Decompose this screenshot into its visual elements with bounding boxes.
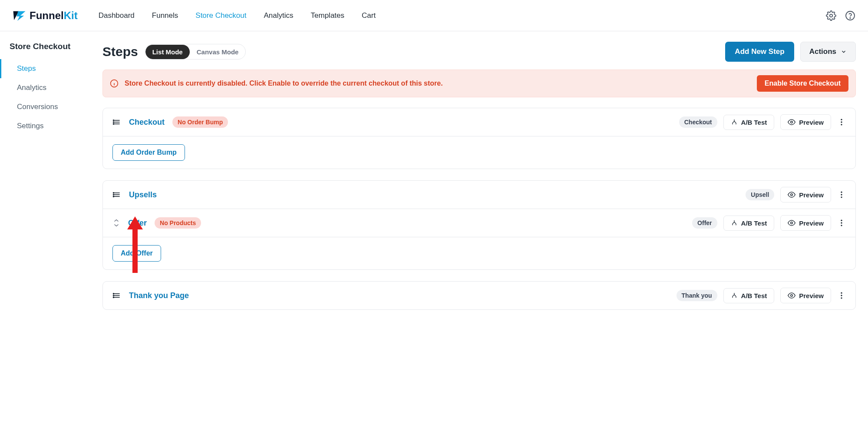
more-icon[interactable] <box>837 291 846 300</box>
drag-handle-icon[interactable] <box>112 118 121 126</box>
preview-button[interactable]: Preview <box>780 288 831 303</box>
page-title: Steps <box>102 44 138 59</box>
settings-icon[interactable] <box>825 10 837 21</box>
alert-text: Store Checkout is currently disabled. Cl… <box>125 80 443 87</box>
svg-point-0 <box>830 14 832 17</box>
svg-point-37 <box>841 292 842 294</box>
preview-button[interactable]: Preview <box>780 114 831 130</box>
svg-point-10 <box>113 122 114 123</box>
step-link-thankyou[interactable]: Thank you Page <box>129 291 189 300</box>
svg-point-9 <box>113 120 114 121</box>
svg-point-15 <box>841 124 842 125</box>
preview-button[interactable]: Preview <box>780 215 831 231</box>
ab-test-button[interactable]: A/B Test <box>723 115 775 130</box>
topnav-cart[interactable]: Cart <box>362 11 376 20</box>
more-icon[interactable] <box>837 190 846 199</box>
sidebar-item-conversions[interactable]: Conversions <box>0 97 95 116</box>
svg-point-26 <box>791 222 793 224</box>
logo-mark-icon <box>12 10 27 22</box>
svg-point-23 <box>841 192 842 193</box>
sidebar-item-steps[interactable]: Steps <box>0 59 95 78</box>
split-icon <box>731 119 738 126</box>
ab-test-label: A/B Test <box>741 219 767 227</box>
svg-point-24 <box>841 194 842 195</box>
add-offer-button[interactable]: Add Offer <box>112 245 161 262</box>
logo-text-prefix: Funnel <box>30 10 64 21</box>
sidebar: Store Checkout Steps Analytics Conversio… <box>0 31 95 425</box>
step-type-pill: Thank you <box>677 290 717 301</box>
step-link-checkout[interactable]: Checkout <box>129 118 165 127</box>
svg-point-38 <box>841 295 842 296</box>
mode-canvas[interactable]: Canvas Mode <box>190 45 246 59</box>
step-type-pill: Upsell <box>746 189 774 200</box>
step-card-thankyou: Thank you Page Thank you A/B Test Previe… <box>102 281 856 310</box>
svg-point-12 <box>791 121 793 123</box>
drag-handle-icon[interactable] <box>112 291 121 300</box>
svg-point-13 <box>841 119 842 120</box>
svg-point-34 <box>113 295 114 296</box>
svg-point-20 <box>113 194 114 195</box>
svg-point-2 <box>850 17 851 18</box>
add-new-step-button[interactable]: Add New Step <box>725 42 794 62</box>
top-nav: Dashboard Funnels Store Checkout Analyti… <box>99 11 376 20</box>
split-icon <box>731 292 738 299</box>
eye-icon <box>788 191 795 199</box>
svg-point-11 <box>113 123 114 124</box>
eye-icon <box>788 118 795 126</box>
preview-button[interactable]: Preview <box>780 187 831 203</box>
offer-type-pill: Offer <box>692 217 717 229</box>
svg-point-33 <box>113 293 114 294</box>
svg-point-21 <box>113 196 114 197</box>
preview-label: Preview <box>799 292 824 299</box>
eye-icon <box>788 219 795 227</box>
step-link-upsells[interactable]: Upsells <box>129 190 157 199</box>
info-icon <box>110 79 119 88</box>
mode-list[interactable]: List Mode <box>145 45 190 59</box>
split-icon <box>731 219 738 226</box>
svg-point-14 <box>841 121 842 123</box>
logo-text-suffix: Kit <box>64 10 78 21</box>
topnav-storecheckout[interactable]: Store Checkout <box>195 11 246 20</box>
step-card-upsells: Upsells Upsell Preview <box>102 180 856 270</box>
svg-point-35 <box>113 297 114 298</box>
disabled-alert: Store Checkout is currently disabled. Cl… <box>102 70 856 97</box>
sidebar-item-analytics[interactable]: Analytics <box>0 78 95 97</box>
enable-store-checkout-button[interactable]: Enable Store Checkout <box>757 75 848 92</box>
svg-point-36 <box>791 295 793 297</box>
ab-test-button[interactable]: A/B Test <box>723 288 775 303</box>
badge-no-order-bump: No Order Bump <box>172 116 228 128</box>
offer-link[interactable]: Offer <box>128 219 147 228</box>
preview-label: Preview <box>799 119 824 126</box>
step-card-checkout: Checkout No Order Bump Checkout A/B Test… <box>102 108 856 169</box>
actions-button[interactable]: Actions <box>800 42 856 62</box>
svg-point-27 <box>841 220 842 221</box>
ab-test-label: A/B Test <box>741 119 767 126</box>
view-mode-toggle: List Mode Canvas Mode <box>145 44 246 60</box>
ab-test-label: A/B Test <box>741 292 767 299</box>
sort-arrows-icon[interactable] <box>112 219 120 227</box>
actions-button-label: Actions <box>809 47 836 56</box>
topnav-dashboard[interactable]: Dashboard <box>99 11 135 20</box>
svg-point-29 <box>841 225 842 226</box>
topnav-templates[interactable]: Templates <box>311 11 344 20</box>
main-content: Steps List Mode Canvas Mode Add New Step… <box>95 31 868 425</box>
add-order-bump-button[interactable]: Add Order Bump <box>112 144 185 161</box>
svg-point-28 <box>841 222 842 223</box>
badge-no-products: No Products <box>155 217 201 229</box>
more-icon[interactable] <box>837 118 846 126</box>
sidebar-title: Store Checkout <box>0 42 95 59</box>
help-icon[interactable] <box>845 10 856 21</box>
svg-point-22 <box>791 194 793 196</box>
step-type-pill: Checkout <box>679 116 717 128</box>
ab-test-button[interactable]: A/B Test <box>723 216 775 231</box>
drag-handle-icon[interactable] <box>112 190 121 199</box>
sidebar-item-settings[interactable]: Settings <box>0 116 95 136</box>
top-bar: FunnelKit Dashboard Funnels Store Checko… <box>0 0 868 31</box>
more-icon[interactable] <box>837 219 846 227</box>
topnav-funnels[interactable]: Funnels <box>152 11 178 20</box>
preview-label: Preview <box>799 219 824 227</box>
svg-point-25 <box>841 196 842 198</box>
svg-point-39 <box>841 297 842 299</box>
topnav-analytics[interactable]: Analytics <box>264 11 294 20</box>
brand-logo[interactable]: FunnelKit <box>12 10 78 22</box>
